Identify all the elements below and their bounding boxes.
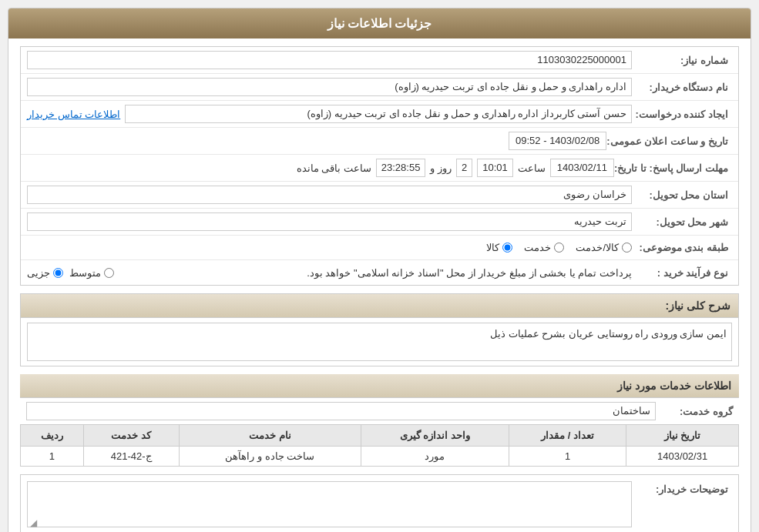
table-header-row: تاریخ نیاز تعداد / مقدار واحد اندازه گیر…: [21, 425, 739, 447]
contact-info-link[interactable]: اطلاعات تماس خریدار: [27, 109, 120, 120]
cell-name: ساخت جاده و راهآهن: [179, 447, 361, 467]
col-qty-header: تعداد / مقدار: [509, 425, 626, 447]
services-section: اطلاعات خدمات مورد نیاز گروه خدمت: ساختم…: [20, 374, 739, 467]
resize-handle: ◢: [29, 517, 37, 525]
buyer-org-row: نام دستگاه خریدار: اداره راهداری و حمل و…: [21, 74, 738, 101]
purchase-note: پرداخت تمام یا بخشی از مبلغ خریدار از مح…: [120, 267, 632, 279]
category-row: طبقه بندی موضوعی: کالا/خدمت خدمت کالا: [21, 236, 738, 260]
requester-inline: حسن آستی کاربرداز اداره راهداری و حمل و …: [27, 105, 632, 123]
buyer-notes-row: توضیحات خریدار: ◢: [21, 475, 738, 532]
cell-code: ج-42-421: [83, 447, 179, 467]
cell-qty: 1: [509, 447, 626, 467]
buyer-org-label: نام دستگاه خریدار:: [632, 82, 732, 93]
city-row: شهر محل تحویل: تربت حیدریه: [21, 209, 738, 236]
content-area: شماره نیاز: 1103030225000001 نام دستگاه …: [8, 38, 751, 532]
service-group-value: ساختمان: [26, 402, 656, 420]
category-khedmat-radio[interactable]: [554, 243, 564, 253]
buyer-notes-label: توضیحات خریدار:: [632, 481, 732, 495]
province-row: استان محل تحویل: خراسان رضوی: [21, 182, 738, 209]
need-number-label: شماره نیاز:: [632, 55, 732, 66]
cell-unit: مورد: [361, 447, 509, 467]
services-table: تاریخ نیاز تعداد / مقدار واحد اندازه گیر…: [20, 424, 739, 467]
requester-row: ایجاد کننده درخواست: حسن آستی کاربرداز ا…: [21, 101, 738, 128]
remaining-days-label: روز و: [430, 162, 452, 174]
buyer-org-value: اداره راهداری و حمل و نقل جاده ای تربت ح…: [27, 78, 632, 96]
page-wrapper: جزئیات اطلاعات نیاز شماره نیاز: 11030302…: [0, 0, 759, 532]
remaining-days: 2: [456, 159, 472, 177]
city-label: شهر محل تحویل:: [632, 216, 732, 228]
remaining-time: 23:28:55: [376, 159, 426, 177]
purchase-motavaset-label: متوسط: [69, 267, 101, 279]
purchase-type-options: پرداخت تمام یا بخشی از مبلغ خریدار از مح…: [27, 267, 632, 279]
deadline-label: مهلت ارسال پاسخ: تا تاریخ:: [614, 162, 732, 174]
category-khedmat-item: خدمت: [524, 242, 564, 253]
purchase-jozee-item: جزیی: [27, 267, 63, 279]
category-kala-item: کالا: [486, 242, 512, 253]
announce-date-row: تاریخ و ساعت اعلان عمومی: 1403/02/08 - 0…: [21, 128, 738, 155]
province-value: خراسان رضوی: [27, 186, 632, 204]
category-kala-khedmat-item: کالا/خدمت: [576, 242, 632, 253]
category-kala-khedmat-label: کالا/خدمت: [576, 242, 619, 253]
main-form-section: شماره نیاز: 1103030225000001 نام دستگاه …: [20, 46, 739, 286]
col-code-header: کد خدمت: [83, 425, 179, 447]
city-value: تربت حیدریه: [27, 212, 632, 231]
purchase-type-label: نوع فرآیند خرید :: [632, 267, 732, 279]
category-label: طبقه بندی موضوعی:: [632, 242, 732, 253]
province-label: استان محل تحویل:: [632, 189, 732, 201]
requester-label: ایجاد کننده درخواست:: [632, 109, 732, 120]
announce-date-label: تاریخ و ساعت اعلان عمومی:: [606, 136, 732, 147]
remaining-time-label: ساعت باقی مانده: [297, 162, 371, 174]
buyer-notes-section: توضیحات خریدار: ◢: [20, 474, 739, 532]
col-name-header: نام خدمت: [179, 425, 361, 447]
col-date-header: تاریخ نیاز: [626, 425, 739, 447]
need-desc-title: شرح کلی نیاز:: [21, 294, 738, 318]
category-khedmat-label: خدمت: [524, 242, 551, 253]
deadline-date: 1403/02/11: [550, 159, 614, 177]
deadline-row: مهلت ارسال پاسخ: تا تاریخ: 1403/02/11 سا…: [21, 155, 738, 182]
col-row-header: ردیف: [21, 425, 84, 447]
deadline-time: 10:01: [477, 159, 513, 177]
category-kala-radio[interactable]: [502, 243, 512, 253]
need-desc-section: شرح کلی نیاز: ایمن سازی ورودی راه روستای…: [20, 293, 739, 366]
main-container: جزئیات اطلاعات نیاز شماره نیاز: 11030302…: [8, 8, 751, 532]
cell-row: 1: [21, 447, 84, 467]
purchase-motavaset-item: متوسط: [69, 267, 114, 279]
purchase-type-row: نوع فرآیند خرید : پرداخت تمام یا بخشی از…: [21, 260, 738, 285]
service-group-label: گروه خدمت:: [656, 406, 733, 417]
need-number-value: 1103030225000001: [27, 51, 632, 69]
purchase-jozee-radio[interactable]: [53, 268, 63, 278]
purchase-motavaset-radio[interactable]: [104, 268, 114, 278]
need-desc-row: ایمن سازی ورودی راه روستایی عریان بشرح ع…: [21, 318, 738, 366]
category-kala-label: کالا: [486, 242, 499, 253]
requester-value: حسن آستی کاربرداز اداره راهداری و حمل و …: [125, 105, 632, 123]
category-kala-khedmat-radio[interactable]: [622, 243, 632, 253]
category-radio-group: کالا/خدمت خدمت کالا: [27, 242, 632, 253]
deadline-inline: 1403/02/11 ساعت 10:01 2 روز و 23:28:55: [27, 159, 614, 177]
services-title: اطلاعات خدمات مورد نیاز: [20, 374, 739, 398]
need-desc-value: ایمن سازی ورودی راه روستایی عریان بشرح ع…: [27, 323, 732, 361]
need-number-row: شماره نیاز: 1103030225000001: [21, 47, 738, 74]
cell-date: 1403/02/31: [626, 447, 739, 467]
page-header: جزئیات اطلاعات نیاز: [8, 8, 751, 38]
col-unit-header: واحد اندازه گیری: [361, 425, 509, 447]
page-title: جزئیات اطلاعات نیاز: [327, 17, 432, 30]
buyer-notes-box: ◢: [27, 481, 632, 527]
announce-date-value: 1403/02/08 - 09:52: [509, 132, 606, 150]
service-group-row: گروه خدمت: ساختمان: [20, 398, 739, 424]
purchase-jozee-label: جزیی: [27, 267, 50, 279]
table-row: 1403/02/31 1 مورد ساخت جاده و راهآهن ج-4…: [21, 447, 739, 467]
deadline-time-label: ساعت: [518, 162, 546, 174]
